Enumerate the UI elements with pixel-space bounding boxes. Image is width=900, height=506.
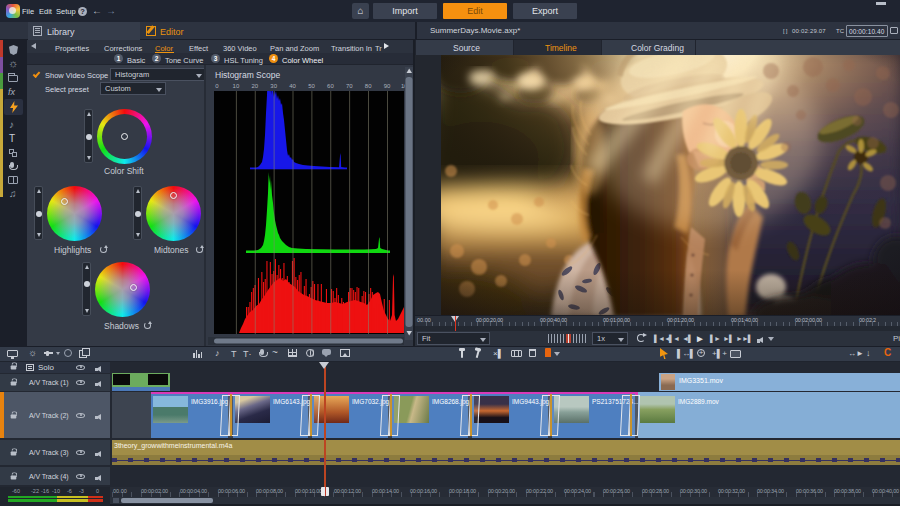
svg-text:Histogram Scope: Histogram Scope bbox=[215, 70, 280, 80]
svg-text:90: 90 bbox=[384, 83, 391, 89]
svg-text:40: 40 bbox=[289, 83, 296, 89]
svg-text:10: 10 bbox=[233, 83, 240, 89]
svg-text:80: 80 bbox=[365, 83, 372, 89]
svg-text:50: 50 bbox=[308, 83, 315, 89]
svg-text:20: 20 bbox=[251, 83, 258, 89]
svg-text:70: 70 bbox=[346, 83, 353, 89]
svg-text:60: 60 bbox=[327, 83, 334, 89]
svg-text:30: 30 bbox=[270, 83, 277, 89]
